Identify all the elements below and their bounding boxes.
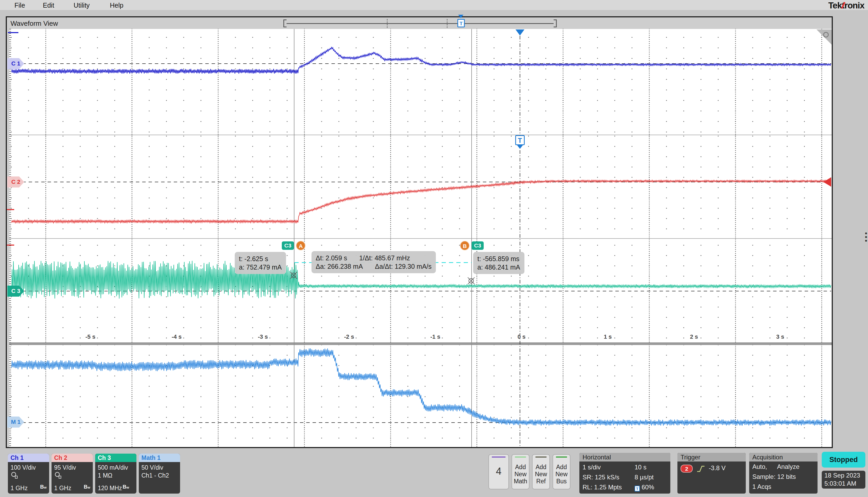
rising-edge-icon [696,464,706,473]
menu-bar: File Edit Utility Help Tektronix [0,0,868,10]
cursor-b-time: t: -565.859 ms [477,255,520,263]
math1-badge[interactable]: Math 1 50 V/div Ch1 - Ch2 [139,454,180,494]
cursor-a-badge[interactable]: A [296,241,305,250]
display-count-button[interactable]: 4 [488,454,509,489]
add-new-bus-button[interactable]: AddNewBus [552,454,570,489]
minimap-trigger-triangle [458,15,463,18]
axis-label: 0 s [513,333,530,340]
bw-limit-icon: Bw [122,483,129,492]
delta-a-per-t: Δa/Δt: 129.30 mA/s [375,263,431,270]
time-text: 5:03:01 AM [824,479,865,487]
waveform-math1 [12,349,831,425]
waveform-ch1 [12,47,831,74]
math1-scale: 50 V/div [141,464,177,471]
minimap-record-line [287,23,554,24]
delta-t: Δt: 2.059 s [316,254,347,262]
cursor-a-time: t: -2.625 s [239,255,282,263]
bus-color-indicator [556,456,567,457]
bw-limit-icon: Bw [40,483,46,492]
run-state-badge[interactable]: Stopped [822,452,865,468]
record-length: RL: 1.25 Mpts [582,484,622,491]
waveform-ch2 [12,180,831,223]
ref-color-indicator [535,456,547,457]
drag-handle-icon[interactable]: ••• [865,231,867,242]
sample-bits: Sample: 12 bits [752,473,796,480]
bw-limit-icon: Bw [84,483,90,492]
datetime-display: 18 Sep 2023 5:03:01 AM [822,471,865,488]
menu-edit[interactable]: Edit [43,2,54,9]
sample-rate: SR: 125 kS/s [582,473,619,481]
trigger-mini-icon: T [635,486,640,492]
ch2-badge-header: Ch 2 [52,454,93,462]
add-new-ref-button[interactable]: AddNewRef [532,454,550,489]
axis-label: 3 s [772,333,788,340]
cursor-b-source-badge[interactable]: C3 [472,241,484,250]
acquisition-mode: Auto, [752,463,767,470]
ch1-bandwidth: 1 GHz [11,484,28,492]
ch3-bandwidth: 120 MHz [98,484,122,492]
trigger-panel[interactable]: Trigger 2 -3.8 V [677,453,746,494]
axis-label: -5 s [83,333,98,340]
trigger-source-badge: 2 [681,465,693,472]
add-new-math-button[interactable]: AddNewMath [511,454,530,489]
cursor-b-readout[interactable]: t: -565.859 ms a: 486.241 mA [473,252,524,274]
axis-label: -2 s [341,333,357,340]
horizontal-title: Horizontal [579,453,670,462]
math1-badge-header: Math 1 [139,454,180,462]
minimap-cursor-b-mark [447,19,447,28]
math-color-indicator [515,456,526,457]
acquisition-panel[interactable]: Acquisition Auto, Analyze Sample: 12 bit… [749,453,818,494]
minimap-right-bracket[interactable] [554,19,557,27]
cursor-b-badge[interactable]: B [460,241,469,250]
display-count: 4 [489,466,508,477]
acquisition-analyze: Analyze [777,463,799,470]
tektronix-logo: Tektronix [828,1,864,11]
acquisition-count: 1 Acqs [752,483,771,491]
cursor-a-value: a: 752.479 mA [239,263,282,271]
date-text: 18 Sep 2023 [824,471,865,479]
cursor-delta-readout[interactable]: Δt: 2.059 s1/Δt: 485.67 mHz Δa: 266.238 … [312,251,436,273]
minimap-trigger-flag[interactable]: T [458,19,465,27]
waveform-view-tab[interactable]: Waveform View [11,19,58,28]
axis-label: 1 s [600,333,616,340]
menu-file[interactable]: File [14,2,25,9]
probe-icon [11,471,18,479]
delta-a: Δa: 266.238 mA [316,263,363,270]
trigger-level: -3.8 V [709,464,725,471]
horizontal-panel[interactable]: Horizontal 1 s/div 10 s SR: 125 kS/s 8 µ… [579,453,670,494]
cursor-a-source-badge[interactable]: C3 [282,241,294,250]
ch3-badge[interactable]: Ch 3 500 mA/div 1 MΩ 120 MHz Bw [95,454,136,494]
cursor-a-readout[interactable]: t: -2.625 s a: 752.479 mA [235,252,286,274]
axis-label: 2 s [686,333,702,340]
ch1-badge-header: Ch 1 [8,454,49,462]
inv-delta-t: 1/Δt: 485.67 mHz [359,254,410,262]
menu-help[interactable]: Help [110,2,123,9]
cursor-b-value: a: 486.241 mA [477,263,520,271]
ch1-badge[interactable]: Ch 1 100 V/div 1 GHz Bw [8,454,49,494]
trigger-title: Trigger [677,453,746,462]
waveform-canvas [9,29,832,447]
horizontal-window: 10 s [635,464,647,471]
ch2-scale: 95 V/div [54,464,90,471]
axis-label: -4 s [169,333,185,340]
menu-utility[interactable]: Utility [74,2,90,9]
ch2-badge[interactable]: Ch 2 95 V/div 1 GHz Bw [52,454,93,494]
ch3-badge-header: Ch 3 [95,454,136,462]
math1-expression: Ch1 - Ch2 [141,471,177,479]
horizontal-scale: 1 s/div [582,464,601,471]
ch2-level-arrow[interactable] [823,177,831,187]
minimap-cursor-a-mark [387,19,388,28]
ch2-bandwidth: 1 GHz [54,484,71,492]
acquisition-title: Acquisition [749,453,818,462]
axis-label: -3 s [255,333,271,340]
trigger-position-readout: T 60% [635,484,654,492]
ch3-impedance: 1 MΩ [98,471,134,479]
purple-indicator [492,456,506,457]
axis-label: -1 s [428,333,443,340]
minimap-left-bracket[interactable] [284,19,287,27]
ch3-scale: 500 mA/div [98,464,134,471]
cursor-cross-marker [468,278,475,284]
ch1-scale: 100 V/div [11,464,46,471]
cursor-cross-marker [290,272,297,279]
time-per-point: 8 µs/pt [635,473,654,481]
